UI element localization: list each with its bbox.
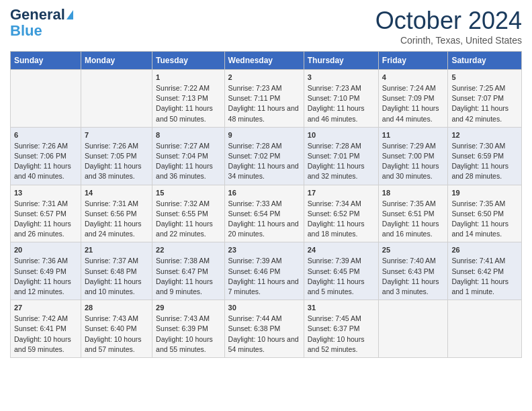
- logo-text-line1: General: [10, 7, 65, 23]
- day-info: Sunrise: 7:23 AM: [228, 83, 300, 93]
- calendar-cell: 28Sunrise: 7:43 AMSunset: 6:40 PMDayligh…: [81, 300, 152, 358]
- calendar-cell: 24Sunrise: 7:39 AMSunset: 6:45 PMDayligh…: [304, 242, 378, 300]
- calendar-cell: [11, 70, 81, 128]
- day-info: Daylight: 10 hours and 52 minutes.: [308, 334, 375, 355]
- calendar-cell: 12Sunrise: 7:30 AMSunset: 6:59 PMDayligh…: [448, 127, 522, 185]
- day-info: Sunrise: 7:36 AM: [14, 256, 77, 266]
- calendar-cell: 4Sunrise: 7:24 AMSunset: 7:09 PMDaylight…: [378, 70, 448, 128]
- day-info: Sunset: 6:39 PM: [156, 324, 221, 334]
- header: General Blue October 2024 Corinth, Texas…: [10, 7, 522, 46]
- header-tuesday: Tuesday: [152, 52, 225, 70]
- day-info: Daylight: 11 hours and 46 minutes.: [308, 103, 375, 124]
- day-info: Sunrise: 7:34 AM: [308, 199, 375, 209]
- day-info: Sunrise: 7:38 AM: [156, 256, 221, 266]
- day-info: Sunset: 7:09 PM: [382, 93, 445, 103]
- calendar-cell: 5Sunrise: 7:25 AMSunset: 7:07 PMDaylight…: [448, 70, 522, 128]
- day-info: Sunset: 6:51 PM: [382, 209, 445, 219]
- calendar-cell: 31Sunrise: 7:45 AMSunset: 6:37 PMDayligh…: [304, 300, 378, 358]
- day-info: Daylight: 10 hours and 55 minutes.: [156, 334, 221, 355]
- day-info: Sunrise: 7:39 AM: [228, 256, 300, 266]
- day-info: Sunrise: 7:40 AM: [382, 256, 445, 266]
- calendar-cell: 13Sunrise: 7:31 AMSunset: 6:57 PMDayligh…: [11, 185, 81, 242]
- day-info: Sunrise: 7:23 AM: [308, 83, 375, 93]
- day-info: Daylight: 11 hours and 48 minutes.: [228, 103, 300, 124]
- calendar-cell: 30Sunrise: 7:44 AMSunset: 6:38 PMDayligh…: [224, 300, 304, 358]
- day-info: Sunrise: 7:22 AM: [156, 83, 221, 93]
- day-info: Daylight: 11 hours and 44 minutes.: [382, 103, 445, 124]
- day-info: Sunset: 7:10 PM: [308, 93, 375, 103]
- page-container: General Blue October 2024 Corinth, Texas…: [0, 0, 532, 368]
- day-info: Sunrise: 7:28 AM: [308, 141, 375, 151]
- day-info: Sunrise: 7:28 AM: [228, 141, 300, 151]
- day-number: 18: [382, 188, 445, 199]
- day-number: 14: [85, 188, 148, 199]
- day-number: 21: [85, 245, 148, 256]
- calendar-cell: 16Sunrise: 7:33 AMSunset: 6:54 PMDayligh…: [224, 185, 304, 242]
- day-number: 5: [451, 73, 518, 83]
- day-info: Sunset: 7:06 PM: [14, 151, 77, 161]
- day-number: 1: [156, 73, 221, 83]
- calendar-table: Sunday Monday Tuesday Wednesday Thursday…: [10, 51, 522, 358]
- calendar-cell: 18Sunrise: 7:35 AMSunset: 6:51 PMDayligh…: [378, 185, 448, 242]
- day-info: Sunset: 6:49 PM: [14, 267, 77, 277]
- calendar-cell: 21Sunrise: 7:37 AMSunset: 6:48 PMDayligh…: [81, 242, 152, 300]
- day-info: Sunrise: 7:31 AM: [14, 199, 77, 209]
- day-number: 16: [228, 188, 300, 199]
- day-info: Daylight: 11 hours and 5 minutes.: [308, 277, 375, 297]
- day-number: 10: [308, 130, 375, 141]
- calendar-week-2: 6Sunrise: 7:26 AMSunset: 7:06 PMDaylight…: [11, 127, 522, 185]
- day-number: 13: [14, 188, 77, 199]
- day-info: Sunrise: 7:45 AM: [308, 314, 375, 324]
- day-info: Sunset: 6:43 PM: [382, 267, 445, 277]
- header-sunday: Sunday: [11, 52, 81, 70]
- day-info: Sunset: 6:45 PM: [308, 267, 375, 277]
- day-info: Daylight: 11 hours and 34 minutes.: [228, 161, 300, 181]
- header-thursday: Thursday: [304, 52, 378, 70]
- day-info: Sunset: 6:57 PM: [14, 209, 77, 219]
- day-info: Sunset: 7:07 PM: [451, 93, 518, 103]
- day-info: Daylight: 11 hours and 24 minutes.: [85, 219, 148, 239]
- day-info: Sunrise: 7:33 AM: [228, 199, 300, 209]
- calendar-week-3: 13Sunrise: 7:31 AMSunset: 6:57 PMDayligh…: [11, 185, 522, 242]
- calendar-cell: 23Sunrise: 7:39 AMSunset: 6:46 PMDayligh…: [224, 242, 304, 300]
- day-info: Sunrise: 7:37 AM: [85, 256, 148, 266]
- calendar-cell: 1Sunrise: 7:22 AMSunset: 7:13 PMDaylight…: [152, 70, 225, 128]
- day-info: Daylight: 11 hours and 10 minutes.: [85, 277, 148, 297]
- day-info: Daylight: 11 hours and 32 minutes.: [308, 161, 375, 181]
- day-number: 11: [382, 130, 445, 141]
- day-number: 22: [156, 245, 221, 256]
- day-number: 15: [156, 188, 221, 199]
- calendar-cell: 22Sunrise: 7:38 AMSunset: 6:47 PMDayligh…: [152, 242, 225, 300]
- calendar-cell: 6Sunrise: 7:26 AMSunset: 7:06 PMDaylight…: [11, 127, 81, 185]
- day-info: Sunrise: 7:42 AM: [14, 314, 77, 324]
- day-info: Daylight: 11 hours and 26 minutes.: [14, 219, 77, 239]
- day-info: Sunset: 7:00 PM: [382, 151, 445, 161]
- day-info: Sunrise: 7:44 AM: [228, 314, 300, 324]
- calendar-week-1: 1Sunrise: 7:22 AMSunset: 7:13 PMDaylight…: [11, 70, 522, 128]
- calendar-cell: 8Sunrise: 7:27 AMSunset: 7:04 PMDaylight…: [152, 127, 225, 185]
- day-number: 9: [228, 130, 300, 141]
- day-info: Daylight: 10 hours and 54 minutes.: [228, 334, 300, 355]
- calendar-body: 1Sunrise: 7:22 AMSunset: 7:13 PMDaylight…: [11, 70, 522, 358]
- calendar-cell: 26Sunrise: 7:41 AMSunset: 6:42 PMDayligh…: [448, 242, 522, 300]
- day-info: Daylight: 11 hours and 18 minutes.: [308, 219, 375, 239]
- calendar-cell: 14Sunrise: 7:31 AMSunset: 6:56 PMDayligh…: [81, 185, 152, 242]
- calendar-week-5: 27Sunrise: 7:42 AMSunset: 6:41 PMDayligh…: [11, 300, 522, 358]
- day-info: Daylight: 11 hours and 50 minutes.: [156, 103, 221, 124]
- calendar-cell: 11Sunrise: 7:29 AMSunset: 7:00 PMDayligh…: [378, 127, 448, 185]
- calendar-cell: 27Sunrise: 7:42 AMSunset: 6:41 PMDayligh…: [11, 300, 81, 358]
- day-info: Daylight: 11 hours and 7 minutes.: [228, 277, 300, 297]
- day-info: Sunset: 7:02 PM: [228, 151, 300, 161]
- day-info: Sunset: 6:56 PM: [85, 209, 148, 219]
- day-info: Sunset: 6:55 PM: [156, 209, 221, 219]
- day-info: Sunrise: 7:43 AM: [156, 314, 221, 324]
- day-info: Sunset: 7:01 PM: [308, 151, 375, 161]
- day-number: 3: [308, 73, 375, 83]
- header-saturday: Saturday: [448, 52, 522, 70]
- day-number: 31: [308, 303, 375, 314]
- day-info: Daylight: 11 hours and 36 minutes.: [156, 161, 221, 181]
- day-info: Sunrise: 7:27 AM: [156, 141, 221, 151]
- day-number: 28: [85, 303, 148, 314]
- day-number: 20: [14, 245, 77, 256]
- day-info: Daylight: 11 hours and 20 minutes.: [228, 219, 300, 239]
